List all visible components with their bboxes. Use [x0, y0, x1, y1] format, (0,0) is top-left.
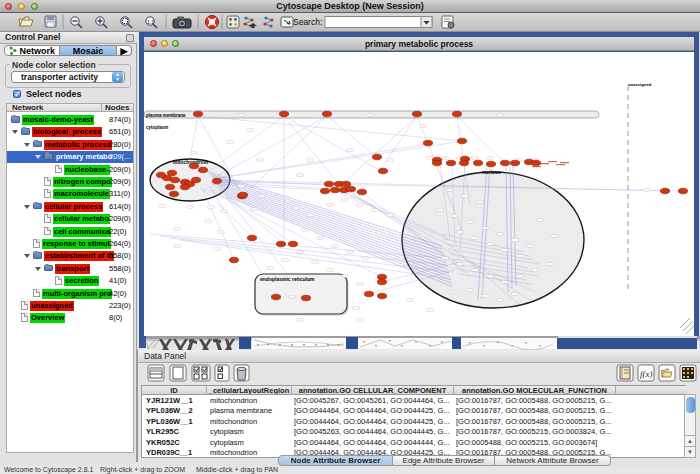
svg-text:Search:: Search: [293, 17, 322, 27]
svg-text:nucleus: nucleus [482, 169, 501, 175]
svg-text:unassigned: unassigned [628, 82, 652, 87]
svg-text:cytoplasm: cytoplasm [146, 125, 168, 130]
svg-text:endoplasmic reticulum: endoplasmic reticulum [260, 276, 315, 282]
svg-text:f(x): f(x) [640, 369, 653, 379]
svg-text:1:1: 1:1 [147, 19, 154, 25]
svg-text:plasma membrane: plasma membrane [146, 113, 186, 118]
